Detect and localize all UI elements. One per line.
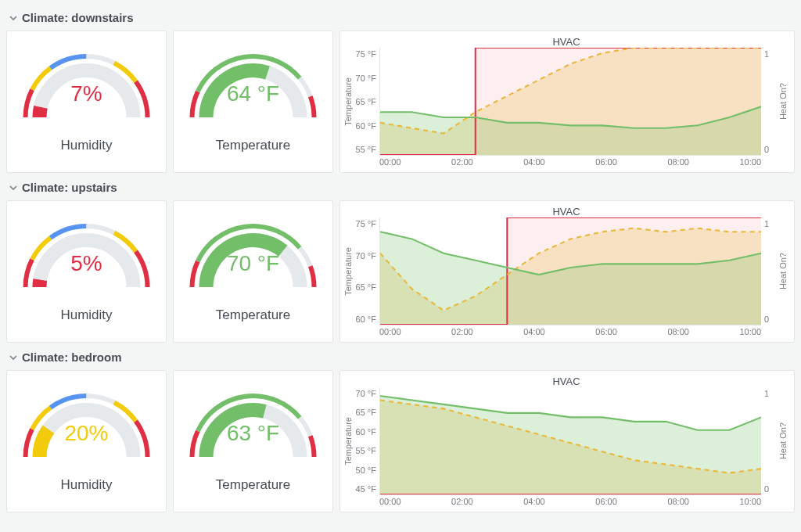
section-title: Climate: bedroom xyxy=(22,350,122,364)
y-axis-label-left: Temperature xyxy=(343,77,354,126)
chevron-down-icon xyxy=(9,11,17,24)
y-axis-label-right: Heat On? xyxy=(778,253,789,289)
gauge-label: Humidity xyxy=(60,138,112,153)
hvac-chart-upstairs[interactable]: HVAC Temperature 75 °F70 °F65 °F60 °F 10… xyxy=(339,200,795,343)
y-ticks-left: 70 °F65 °F60 °F55 °F50 °F45 °F xyxy=(354,387,379,495)
x-ticks: 00:0002:0004:0006:0008:0010:00 xyxy=(379,156,761,170)
gauge-value: 20% xyxy=(7,421,166,446)
y-ticks-right: 10 xyxy=(761,387,778,495)
section-header-upstairs[interactable]: Climate: upstairs xyxy=(6,176,795,200)
gauge-value: 70 °F xyxy=(174,251,332,276)
gauge-value: 7% xyxy=(7,81,166,106)
hvac-chart-downstairs[interactable]: HVAC Temperature 75 °F70 °F65 °F60 °F55 … xyxy=(339,31,795,173)
gauge-label: Temperature xyxy=(216,477,290,493)
chevron-down-icon xyxy=(9,181,17,194)
gauge-humidity-bedroom[interactable]: 20% Humidity xyxy=(6,370,167,512)
y-ticks-left: 75 °F70 °F65 °F60 °F xyxy=(354,217,379,325)
gauge-value: 5% xyxy=(7,251,166,276)
gauge-label: Temperature xyxy=(216,138,290,153)
y-ticks-right: 10 xyxy=(761,48,778,156)
chart-title: HVAC xyxy=(343,36,789,48)
section-bedroom: Climate: bedroom 20% Humidity 63 °F Temp… xyxy=(6,346,795,512)
gauge-label: Humidity xyxy=(60,477,112,493)
section-header-downstairs[interactable]: Climate: downstairs xyxy=(6,6,795,31)
section-downstairs: Climate: downstairs 7% Humidity 64 °F Te… xyxy=(6,6,795,173)
y-axis-label-right: Heat On? xyxy=(778,422,789,459)
chevron-down-icon xyxy=(9,350,17,364)
gauge-humidity-downstairs[interactable]: 7% Humidity xyxy=(6,31,167,173)
y-axis-label-left: Temperature xyxy=(343,247,354,296)
gauge-humidity-upstairs[interactable]: 5% Humidity xyxy=(6,200,167,343)
section-header-bedroom[interactable]: Climate: bedroom xyxy=(6,346,795,370)
chart-title: HVAC xyxy=(343,376,789,387)
plot-area xyxy=(379,48,761,156)
x-ticks: 00:0002:0004:0006:0008:0010:00 xyxy=(379,325,761,340)
plot-area xyxy=(379,217,761,325)
y-ticks-right: 10 xyxy=(761,217,778,325)
gauge-value: 63 °F xyxy=(174,421,332,446)
hvac-chart-bedroom[interactable]: HVAC Temperature 70 °F65 °F60 °F55 °F50 … xyxy=(339,370,795,512)
gauge-temperature-bedroom[interactable]: 63 °F Temperature xyxy=(173,370,333,512)
y-ticks-left: 75 °F70 °F65 °F60 °F55 °F xyxy=(354,48,379,156)
plot-area xyxy=(379,387,761,495)
section-title: Climate: downstairs xyxy=(22,11,134,24)
section-upstairs: Climate: upstairs 5% Humidity 70 °F Temp… xyxy=(6,176,795,343)
gauge-temperature-downstairs[interactable]: 64 °F Temperature xyxy=(173,31,333,173)
gauge-temperature-upstairs[interactable]: 70 °F Temperature xyxy=(173,200,333,343)
x-ticks: 00:0002:0004:0006:0008:0010:00 xyxy=(379,495,761,509)
gauge-label: Humidity xyxy=(60,307,112,323)
section-title: Climate: upstairs xyxy=(22,181,117,194)
gauge-value: 64 °F xyxy=(174,81,332,106)
y-axis-label-right: Heat On? xyxy=(778,83,789,120)
gauge-label: Temperature xyxy=(216,307,290,323)
chart-title: HVAC xyxy=(343,206,789,217)
y-axis-label-left: Temperature xyxy=(343,417,354,466)
